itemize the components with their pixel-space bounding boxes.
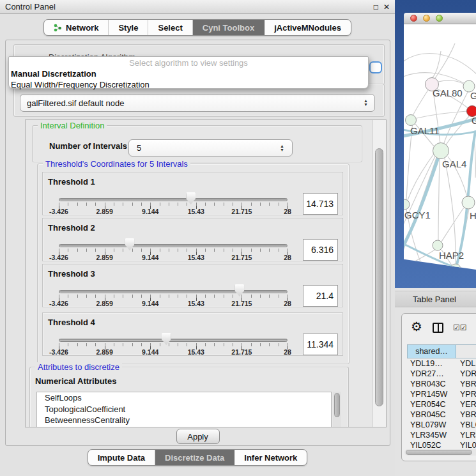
- table-cell[interactable]: YBL079W: [407, 420, 456, 430]
- tab-network[interactable]: Network: [44, 20, 109, 35]
- tab-label: Select: [158, 23, 182, 33]
- tab-infer-network[interactable]: Infer Network: [234, 450, 307, 465]
- zoom-traffic-light-icon[interactable]: [436, 15, 443, 22]
- table-hscrollbar-thumb[interactable]: [406, 450, 472, 455]
- table-row[interactable]: YLR345WYLR345W: [407, 430, 476, 440]
- spinner-stepper-icon[interactable]: ▲▼: [280, 144, 284, 152]
- attributes-list-scrollbar[interactable]: [333, 392, 341, 427]
- network-window-titlebar[interactable]: [404, 13, 476, 24]
- tab-cyni-toolbox[interactable]: Cyni Toolbox: [193, 20, 265, 35]
- tab-label: Impute Data: [98, 453, 145, 463]
- table-cell[interactable]: YBR043C: [456, 379, 476, 389]
- threshold-1-slider-track[interactable]: [59, 198, 288, 201]
- settings-scrollbar-thumb[interactable]: [375, 148, 383, 406]
- threshold-3-tick-labels: -3.4262.8599.14415.4321.71528: [43, 300, 342, 307]
- tick-label: -3.426: [49, 254, 68, 261]
- tab-label: Infer Network: [244, 453, 297, 463]
- attribute-list-item[interactable]: TopologicalCoefficient: [37, 404, 331, 415]
- node-gcy1: [404, 199, 410, 210]
- table-data-combobox-value: galFiltered.sif default node: [27, 98, 124, 108]
- table-row[interactable]: YDR27…YDR27…: [407, 369, 476, 379]
- threshold-4-value-field[interactable]: 11.344: [303, 334, 338, 355]
- threshold-3-value-field[interactable]: 21.4: [303, 285, 338, 307]
- table-cell[interactable]: YDR27…: [456, 369, 476, 379]
- table-data-combobox[interactable]: galFiltered.sif default node ▲▼: [20, 94, 375, 112]
- numerical-attributes-list[interactable]: SelfLoopsTopologicalCoefficientBetweenne…: [36, 392, 332, 427]
- number-of-intervals-spinner[interactable]: 5 ▲▼: [128, 139, 293, 157]
- table-cell[interactable]: YPR145W: [456, 389, 476, 399]
- table-cell[interactable]: YBR045C: [456, 410, 476, 420]
- threshold-3-slider-track[interactable]: [59, 290, 288, 293]
- table-cell[interactable]: YLR345W: [407, 430, 456, 440]
- attribute-list-item[interactable]: SelfLoops: [37, 392, 331, 404]
- table-cell[interactable]: YDR27…: [407, 369, 456, 379]
- table-row[interactable]: YPR145WYPR145W: [407, 389, 476, 399]
- table-cell[interactable]: YBR043C: [407, 379, 456, 389]
- attributes-group-label: Attributes to discretize: [35, 362, 122, 372]
- node-bottom: [450, 264, 461, 270]
- attribute-list-item[interactable]: BetweennessCentrality: [37, 415, 331, 426]
- float-window-icon[interactable]: □: [374, 3, 378, 12]
- label-partial-h: H: [470, 210, 476, 221]
- table-row[interactable]: YBL079WYBL079W: [407, 420, 476, 430]
- table-cell[interactable]: YER054C: [407, 399, 456, 410]
- tick-label: -3.426: [49, 300, 68, 307]
- table-row[interactable]: YBR043CYBR043C: [407, 379, 476, 389]
- tick-label: 9.144: [142, 300, 158, 307]
- interval-definition-group: Interval Definition Number of Intervals …: [32, 125, 362, 162]
- minimize-traffic-light-icon[interactable]: [423, 15, 430, 22]
- threshold-1-value-field[interactable]: 14.713: [303, 193, 338, 215]
- threshold-2-slider-track[interactable]: [59, 244, 288, 247]
- table-cell[interactable]: YDL19…: [407, 358, 456, 369]
- tab-discretize-data[interactable]: Discretize Data: [155, 450, 234, 465]
- table-row[interactable]: YDL19…YDL19…: [407, 358, 476, 369]
- threshold-2-value-field[interactable]: 6.316: [303, 239, 338, 261]
- tick-label: 28: [284, 348, 291, 356]
- threshold-4-slider-track[interactable]: [59, 339, 288, 342]
- network-canvas[interactable]: GAL80 GA GAL11 G GAL4 GCY1 H HAP2: [404, 24, 476, 270]
- attributes-list-scrollbar-thumb[interactable]: [334, 393, 340, 417]
- table-cell[interactable]: YER054C: [456, 399, 476, 410]
- tick-label: 9.144: [142, 254, 158, 261]
- tab-jactivemnodules[interactable]: jActiveMNodules: [265, 20, 351, 35]
- table-cell[interactable]: YPR145W: [407, 389, 456, 399]
- column-header-name[interactable]: name: [456, 345, 476, 358]
- table-cell[interactable]: YBR045C: [407, 410, 456, 420]
- popup-option-manual-discretization[interactable]: Manual Discretization: [9, 68, 368, 79]
- tick-label: 15.43: [188, 254, 204, 261]
- label-partial-g: G: [472, 115, 476, 126]
- column-checkboxes-icon[interactable]: ☑☑: [453, 323, 467, 332]
- table-horizontal-scrollbar[interactable]: [404, 449, 476, 456]
- number-of-intervals-value: 5: [137, 143, 141, 153]
- threshold-3-label: Threshold 3: [48, 269, 95, 279]
- table-header-row: shared… name: [407, 344, 476, 358]
- tick-label: 2.859: [96, 208, 112, 215]
- threshold-2-panel: Threshold 2 -3.4262.8599.14415.4321.7152…: [42, 218, 343, 261]
- tab-select[interactable]: Select: [148, 20, 192, 35]
- node-table-subpanel: ⚙ ☑☑ shared… name YDL19…YDL19…YDR27…YDR2…: [401, 313, 476, 461]
- combobox-stepper-icon[interactable]: ▲▼: [364, 99, 368, 107]
- close-icon[interactable]: ✕: [383, 3, 390, 12]
- table-row[interactable]: YER054CYER054C: [407, 399, 476, 410]
- table-cell[interactable]: YBL079W: [456, 420, 476, 430]
- gear-icon[interactable]: ⚙: [411, 319, 422, 334]
- thresholds-group: Threshold's Coordinates for 5 Intervals …: [37, 164, 349, 364]
- attributes-group: Attributes to discretize Numerical Attri…: [29, 367, 349, 427]
- table-cell[interactable]: YLR345W: [456, 430, 476, 440]
- tab-impute-data[interactable]: Impute Data: [88, 450, 155, 465]
- close-traffic-light-icon[interactable]: [410, 15, 417, 22]
- tick-label: 15.43: [188, 208, 204, 215]
- tick-label: 21.715: [231, 300, 252, 307]
- column-header-shared-name[interactable]: shared…: [408, 345, 456, 358]
- split-view-icon[interactable]: [433, 323, 443, 333]
- label-gal11: GAL11: [410, 125, 440, 136]
- algorithm-combobox-focus-ring[interactable]: [369, 61, 382, 73]
- tab-style[interactable]: Style: [109, 20, 148, 35]
- popup-option-equal-width-frequency[interactable]: Equal Width/Frequency Discretization: [9, 79, 368, 90]
- tick-label: 28: [284, 208, 291, 215]
- apply-button[interactable]: Apply: [176, 429, 220, 444]
- number-of-intervals-label: Number of Intervals: [49, 141, 127, 151]
- table-row[interactable]: YBR045CYBR045C: [407, 410, 476, 420]
- settings-vertical-scrollbar[interactable]: [372, 120, 386, 427]
- table-cell[interactable]: YDL19…: [456, 358, 476, 369]
